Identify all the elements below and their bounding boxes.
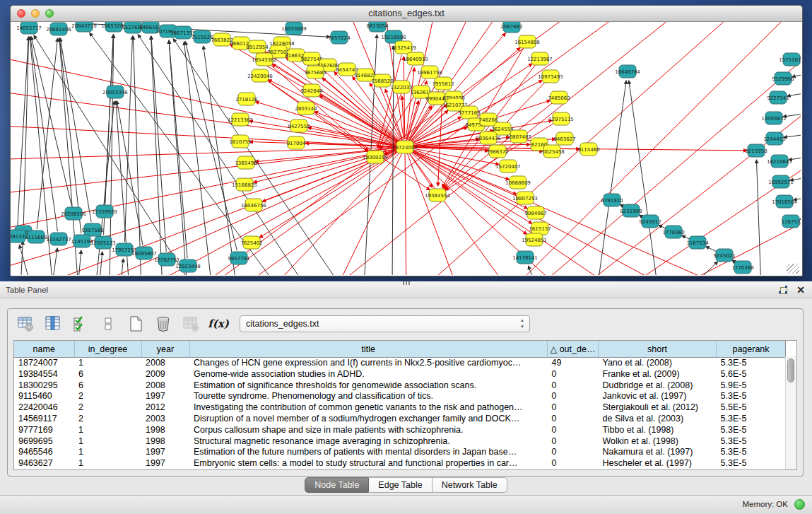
graph-node[interactable]: 12975115	[548, 112, 574, 125]
table-row[interactable]: 977716911998Corpus callosum shape and si…	[14, 425, 786, 436]
graph-node[interactable]: 7986372	[486, 145, 508, 158]
zoom-window-button[interactable]	[45, 9, 54, 18]
table-row[interactable]: 946554611997Estimation of the future num…	[14, 447, 786, 458]
graph-node[interactable]: 1770360	[662, 226, 684, 238]
graph-node[interactable]: 9329966	[772, 72, 794, 85]
graph-node[interactable]: 16210643	[767, 155, 792, 168]
graph-node[interactable]: 17016504	[772, 195, 797, 208]
graph-node[interactable]: 9242844	[300, 84, 323, 97]
graph-node[interactable]: 19384554	[425, 189, 450, 201]
delete-rows-trash-icon[interactable]	[154, 315, 172, 333]
graph-node[interactable]: 18807293	[512, 192, 538, 204]
graph-node[interactable]: 14055717	[16, 22, 42, 34]
graph-node[interactable]: 7485063	[548, 91, 570, 104]
resize-grip[interactable]	[787, 264, 799, 274]
tab-edge-table[interactable]: Edge Table	[369, 477, 432, 493]
graph-node[interactable]: 7955812	[432, 77, 454, 90]
graph-node[interactable]: 1244413	[763, 132, 785, 145]
graph-node[interactable]: 2718126	[235, 93, 258, 105]
column-header-title[interactable]: title	[189, 341, 548, 358]
graph-node[interactable]: 9397588	[81, 223, 103, 236]
select-column-icon[interactable]	[44, 315, 62, 333]
close-window-button[interactable]	[17, 9, 25, 18]
graph-node[interactable]: 18640910	[403, 52, 428, 65]
graph-node[interactable]: 17359928	[92, 205, 117, 218]
scrollbar-thumb[interactable]	[787, 358, 794, 382]
graph-node[interactable]: 1615137	[529, 222, 551, 235]
graph-node[interactable]: 6791920	[601, 194, 623, 206]
graph-node[interactable]: 116753	[782, 215, 801, 228]
graph-node[interactable]: 16992971	[768, 175, 794, 188]
network-table-selector[interactable]: citations_edges.txt ▲▼	[240, 315, 530, 332]
graph-node[interactable]: 1322037	[390, 81, 412, 93]
graph-node[interactable]: 9084067	[524, 206, 546, 219]
graph-node[interactable]: 8231909	[620, 204, 642, 217]
graph-node[interactable]: 9857791	[228, 252, 249, 264]
graph-node[interactable]: 7515526	[191, 30, 213, 43]
graph-node[interactable]: 12093872	[761, 112, 787, 124]
select-all-icon[interactable]	[71, 315, 90, 333]
graph-node[interactable]: 8813054	[366, 22, 389, 32]
function-builder-icon[interactable]: f(x)	[209, 315, 228, 333]
graph-node[interactable]: 16154808	[514, 35, 540, 48]
graph-node[interactable]: 7625402	[240, 236, 262, 249]
graph-node[interactable]: 19524851	[522, 233, 547, 246]
column-header-short[interactable]: short	[599, 341, 717, 358]
graph-node[interactable]: 15751874	[779, 53, 801, 66]
graph-node[interactable]: 9227341	[767, 91, 789, 104]
graph-node[interactable]: 2803144	[295, 102, 317, 115]
graph-node[interactable]: 39133	[11, 230, 25, 243]
column-header-year[interactable]: year	[141, 341, 189, 358]
graph-node[interactable]: 14139141	[512, 251, 538, 264]
graph-node[interactable]: 3675685	[304, 66, 326, 78]
network-graph[interactable]: 1405571720691406208437191065328715276026…	[11, 22, 801, 275]
column-header-pagerank[interactable]: pagerank	[717, 341, 786, 358]
table-row[interactable]: 911546021997Tourette syndrome. Phenomeno…	[14, 391, 786, 402]
unselect-all-icon[interactable]	[99, 315, 117, 333]
graph-node[interactable]: 8912954	[246, 40, 269, 53]
network-window-titlebar[interactable]: citations_edges.txt	[11, 6, 802, 22]
graph-node[interactable]: 1115689	[25, 230, 47, 243]
table-row[interactable]: 1938455462009Genome-wide association stu…	[14, 369, 786, 380]
graph-node[interactable]: 9777169	[458, 106, 480, 119]
close-panel-icon[interactable]: ✕	[796, 285, 805, 295]
graph-node[interactable]: 16046756	[241, 199, 266, 211]
graph-node[interactable]: 20206506	[61, 207, 86, 220]
table-row[interactable]: 2242004622012Investigating the contribut…	[14, 402, 786, 414]
table-vertical-scrollbar[interactable]	[785, 356, 796, 469]
network-window[interactable]: citations_edges.txt 14055717206914062084…	[10, 5, 803, 276]
network-canvas[interactable]: 1405571720691406208437191065328715276026…	[11, 22, 801, 275]
tab-node-table[interactable]: Node Table	[305, 477, 369, 493]
graph-node[interactable]: 20691406	[46, 23, 71, 35]
minimize-window-button[interactable]	[31, 9, 40, 18]
graph-node[interactable]: 8215958	[745, 144, 767, 157]
graph-node[interactable]: 12213363	[228, 113, 253, 126]
graph-node[interactable]: 1810755	[229, 135, 251, 148]
tab-network-table[interactable]: Network Table	[433, 477, 507, 493]
graph-node[interactable]: 16961758	[417, 66, 442, 78]
graph-node[interactable]: 16033809	[281, 22, 307, 35]
graph-node[interactable]: 16648784	[615, 65, 640, 78]
column-header-out_degree[interactable]: △ out_de…	[548, 341, 599, 358]
graph-node[interactable]: 15720407	[495, 160, 521, 173]
column-settings-button[interactable]	[16, 315, 35, 333]
graph-node[interactable]: 15166825	[232, 178, 257, 191]
graph-node[interactable]: 13342737	[46, 233, 71, 245]
graph-node[interactable]: 917004	[287, 136, 306, 149]
splitter-handle[interactable]	[403, 281, 411, 285]
float-panel-icon[interactable]	[779, 286, 788, 295]
memory-status-indicator[interactable]	[794, 499, 805, 510]
graph-node[interactable]: 9245021	[713, 249, 735, 262]
graph-node[interactable]: 9463627	[553, 132, 575, 145]
table-row[interactable]: 1830029562008Estimation of significance …	[14, 380, 786, 392]
graph-node[interactable]: 1770368	[731, 261, 753, 274]
graph-node[interactable]: 12213967	[527, 52, 553, 65]
graph-node[interactable]: 1365498	[235, 156, 257, 169]
graph-node[interactable]: 9245012	[639, 215, 661, 228]
table-row[interactable]: 1872400712008Changes of HCN gene express…	[14, 358, 786, 369]
column-header-in_degree[interactable]: in_degree	[74, 341, 141, 358]
new-table-icon[interactable]	[126, 315, 145, 333]
column-header-name[interactable]: name	[14, 341, 74, 358]
graph-node[interactable]: 2087682	[500, 22, 522, 33]
graph-node[interactable]: 20053346	[102, 86, 128, 98]
